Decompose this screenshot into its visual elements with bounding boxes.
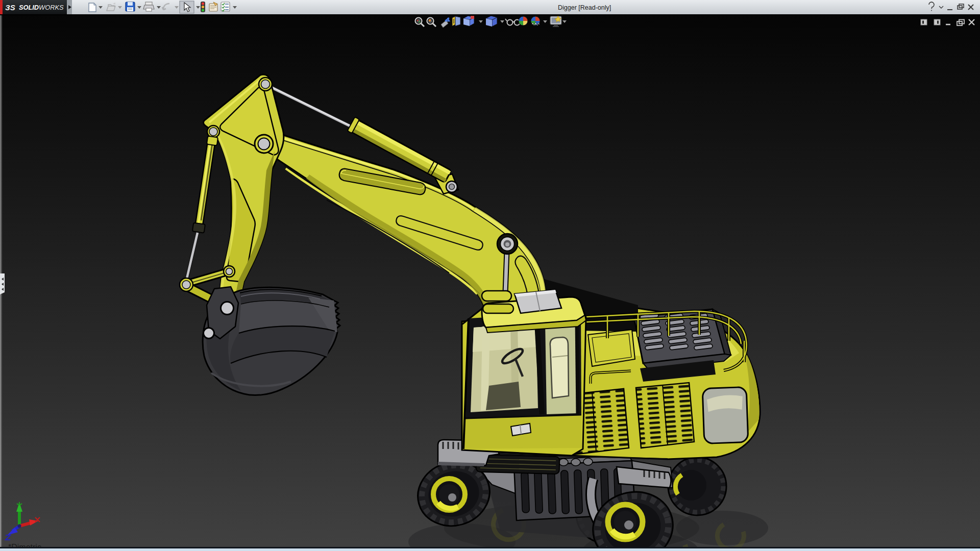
svg-text:SOLIDWORKS: SOLIDWORKS bbox=[19, 4, 64, 11]
svg-text:Digger [Read-only]: Digger [Read-only] bbox=[558, 4, 611, 11]
svg-text:ЗS: ЗS bbox=[5, 3, 15, 12]
